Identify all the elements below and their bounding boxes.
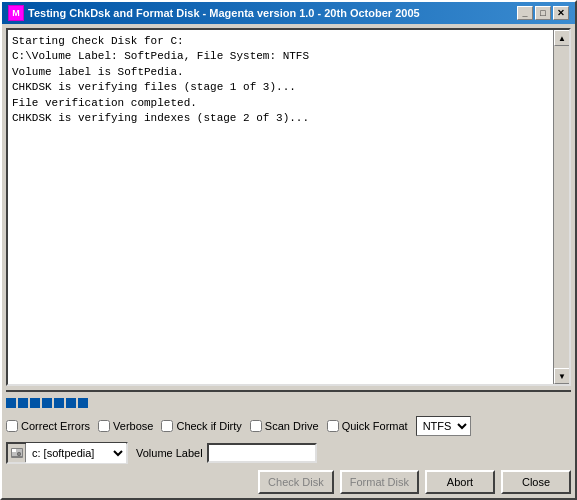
progress-dot [42, 398, 52, 408]
scan-drive-checkbox[interactable] [250, 420, 262, 432]
svg-rect-2 [12, 449, 16, 452]
disk-icon [10, 446, 24, 460]
progress-dot [6, 398, 16, 408]
bottom-controls: Correct Errors Verbose Check if Dirty Sc… [6, 390, 571, 494]
progress-dot [78, 398, 88, 408]
buttons-row: Check Disk Format Disk Abort Close [6, 470, 571, 494]
vertical-scrollbar[interactable]: ▲ ▼ [553, 30, 569, 384]
window-title: Testing ChkDsk and Format Disk - Magenta… [28, 7, 420, 19]
horizontal-scrollbar[interactable]: ◄ ► [8, 384, 569, 386]
minimize-button[interactable]: _ [517, 6, 533, 20]
volume-label-row: Volume Label [136, 443, 317, 463]
verbose-checkbox[interactable] [98, 420, 110, 432]
quick-format-checkbox-item: Quick Format [327, 420, 408, 432]
progress-dot [30, 398, 40, 408]
format-disk-button[interactable]: Format Disk [340, 470, 419, 494]
volume-label-text: Volume Label [136, 447, 203, 459]
drive-icon [8, 444, 26, 462]
scan-drive-label: Scan Drive [265, 420, 319, 432]
svg-point-4 [18, 453, 20, 455]
maximize-button[interactable]: □ [535, 6, 551, 20]
correct-errors-label: Correct Errors [21, 420, 90, 432]
correct-errors-checkbox[interactable] [6, 420, 18, 432]
drive-select-container: c: [softpedia] [6, 442, 128, 464]
verbose-label: Verbose [113, 420, 153, 432]
window-close-button[interactable]: ✕ [553, 6, 569, 20]
check-if-dirty-checkbox-item: Check if Dirty [161, 420, 241, 432]
scroll-track [554, 46, 569, 368]
title-bar: M Testing ChkDsk and Format Disk - Magen… [2, 2, 575, 24]
scroll-up-button[interactable]: ▲ [554, 30, 570, 46]
scan-drive-checkbox-item: Scan Drive [250, 420, 319, 432]
progress-dot [66, 398, 76, 408]
app-icon: M [8, 5, 24, 21]
output-area: Starting Check Disk for C: C:\Volume Lab… [6, 28, 571, 386]
verbose-checkbox-item: Verbose [98, 420, 153, 432]
output-text: Starting Check Disk for C: C:\Volume Lab… [8, 30, 569, 130]
check-if-dirty-label: Check if Dirty [176, 420, 241, 432]
progress-dot [18, 398, 28, 408]
scroll-right-button[interactable]: ► [553, 385, 569, 387]
volume-label-input[interactable] [207, 443, 317, 463]
controls-row: c: [softpedia] Volume Label [6, 442, 571, 464]
title-bar-left: M Testing ChkDsk and Format Disk - Magen… [8, 5, 420, 21]
options-row: Correct Errors Verbose Check if Dirty Sc… [6, 416, 571, 436]
correct-errors-checkbox-item: Correct Errors [6, 420, 90, 432]
check-disk-button[interactable]: Check Disk [258, 470, 334, 494]
window-body: Starting Check Disk for C: C:\Volume Lab… [2, 24, 575, 498]
drive-select[interactable]: c: [softpedia] [26, 443, 126, 463]
quick-format-checkbox[interactable] [327, 420, 339, 432]
progress-dots [6, 398, 571, 408]
title-buttons: _ □ ✕ [517, 6, 569, 20]
main-window: M Testing ChkDsk and Format Disk - Magen… [0, 0, 577, 500]
scroll-down-button[interactable]: ▼ [554, 368, 570, 384]
quick-format-label: Quick Format [342, 420, 408, 432]
scroll-left-button[interactable]: ◄ [8, 385, 24, 387]
check-if-dirty-checkbox[interactable] [161, 420, 173, 432]
close-button[interactable]: Close [501, 470, 571, 494]
abort-button[interactable]: Abort [425, 470, 495, 494]
progress-dot [54, 398, 64, 408]
format-type-select[interactable]: NTFSFAT32FAT [416, 416, 471, 436]
